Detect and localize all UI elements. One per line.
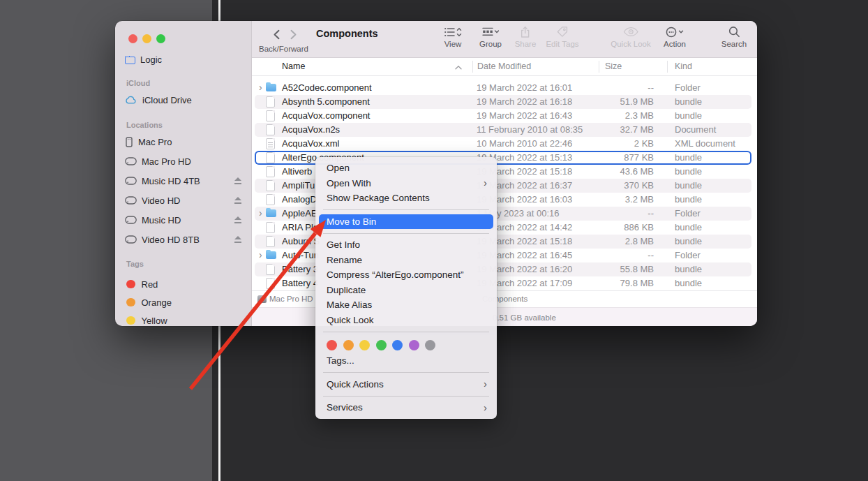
- zoom-button[interactable]: [156, 34, 165, 43]
- menu-separator: [323, 396, 489, 397]
- share-icon: [515, 25, 537, 38]
- menu-item-label: Show Package Contents: [327, 193, 430, 203]
- sidebar-list: LogiciCloudiCloud DriveLocationsMac ProM…: [115, 56, 251, 326]
- folder-icon: [266, 208, 276, 219]
- file-size: 2 KB: [506, 137, 654, 151]
- table-row[interactable]: ›A52Codec.component19 March 2022 at 16:0…: [255, 81, 751, 95]
- file-size: 43.6 MB: [506, 165, 654, 179]
- minimize-button[interactable]: [142, 34, 151, 43]
- menu-item-duplicate[interactable]: Duplicate: [319, 283, 493, 298]
- menu-item-services[interactable]: Services›: [319, 400, 493, 415]
- column-divider[interactable]: [667, 61, 668, 73]
- file-size: --: [506, 81, 654, 95]
- file-size: 51.9 MB: [506, 95, 654, 109]
- disclosure-icon[interactable]: ›: [259, 249, 262, 262]
- file-size: 79.8 MB: [506, 276, 654, 290]
- file-name: A52Codec.component: [282, 81, 372, 95]
- menu-item-label: Tags...: [327, 355, 354, 366]
- menu-item-make-alias[interactable]: Make Alias: [319, 297, 493, 313]
- sidebar-item-logic[interactable]: Logic: [125, 56, 241, 66]
- tag-color-dot[interactable]: [409, 340, 419, 350]
- menu-separator: [323, 332, 489, 332]
- file-name: Auburn S: [282, 235, 320, 249]
- group-icon: [479, 25, 502, 38]
- group-button[interactable]: Group: [479, 25, 502, 48]
- sidebar-item-yellow[interactable]: Yellow: [125, 313, 241, 326]
- menu-item-tags[interactable]: Tags...: [319, 353, 493, 369]
- file-kind: bundle: [675, 262, 702, 276]
- close-button[interactable]: [128, 34, 137, 43]
- menu-item-compress-alterego-component[interactable]: Compress “AlterEgo.component”: [319, 267, 493, 283]
- sidebar-item-mac-pro-hd[interactable]: Mac Pro HD: [125, 154, 241, 168]
- sidebar-item-label: Music HD 4TB: [142, 176, 200, 186]
- folder-icon: [266, 250, 276, 261]
- tag-color-dot[interactable]: [376, 340, 387, 350]
- table-row[interactable]: AcquaVox.xml10 March 2010 at 22:462 KBXM…: [255, 137, 751, 151]
- file-name: ARIA Pla: [282, 221, 318, 235]
- menu-item-quick-actions[interactable]: Quick Actions›: [319, 377, 493, 392]
- tag-color-dot[interactable]: [392, 340, 403, 350]
- file-name: Battery 4: [282, 276, 318, 290]
- sidebar-item-video-hd-8tb[interactable]: Video HD 8TB: [125, 232, 241, 246]
- sidebar-item-red[interactable]: Red: [125, 277, 241, 291]
- sidebar-item-music-hd-4tb[interactable]: Music HD 4TB: [125, 174, 241, 188]
- table-row[interactable]: AcquaVox.n2s11 February 2010 at 08:3532.…: [255, 123, 751, 137]
- file-kind: bundle: [675, 109, 702, 123]
- disclosure-icon[interactable]: ›: [259, 81, 262, 95]
- column-header-date-modified[interactable]: Date Modified: [477, 58, 531, 75]
- table-row[interactable]: AcquaVox.component19 March 2022 at 16:43…: [255, 109, 751, 123]
- file-kind: bundle: [675, 235, 702, 249]
- sidebar-item-music-hd[interactable]: Music HD: [125, 213, 241, 227]
- eject-icon[interactable]: [234, 236, 241, 243]
- eject-icon[interactable]: [234, 177, 241, 184]
- menu-item-get-info[interactable]: Get Info: [319, 237, 493, 253]
- menu-item-label: Compress “AlterEgo.component”: [327, 269, 464, 280]
- menu-item-label: Services: [327, 402, 363, 413]
- menu-item-move-to-bin[interactable]: Move to Bin: [319, 214, 493, 230]
- column-header-size[interactable]: Size: [605, 58, 622, 75]
- sidebar-item-label: Orange: [142, 297, 172, 308]
- path-segment-device[interactable]: Mac Pro HD: [269, 291, 313, 307]
- column-divider[interactable]: [472, 61, 473, 73]
- document-icon: [266, 138, 275, 149]
- menu-item-label: Make Alias: [327, 299, 372, 310]
- file-name: AcquaVox.xml: [282, 137, 339, 151]
- file-name: Absynth 5.component: [282, 95, 370, 109]
- sidebar-item-mac-pro[interactable]: Mac Pro: [125, 135, 241, 149]
- sidebar-item-icloud-drive[interactable]: iCloud Drive: [125, 93, 241, 107]
- tag-color-dot[interactable]: [343, 340, 354, 350]
- document-icon: [266, 278, 275, 289]
- sidebar-item-orange[interactable]: Orange: [125, 295, 241, 309]
- disclosure-icon[interactable]: ›: [259, 207, 262, 221]
- file-name: AmpliTu: [282, 179, 315, 193]
- sidebar-section-header: Locations: [126, 121, 246, 131]
- tag-color-dot[interactable]: [327, 340, 337, 350]
- menu-item-open-with[interactable]: Open With›: [319, 176, 493, 191]
- menu-item-open[interactable]: Open: [319, 161, 493, 176]
- tag-color-icon: [125, 298, 137, 307]
- view-button[interactable]: View: [444, 25, 462, 48]
- hard-drive-icon: [125, 177, 137, 185]
- menu-item-rename[interactable]: Rename: [319, 253, 493, 268]
- menu-item-show-package-contents[interactable]: Show Package Contents: [319, 191, 493, 206]
- menu-item-quick-look[interactable]: Quick Look: [319, 313, 493, 328]
- column-header-kind[interactable]: Kind: [675, 58, 692, 75]
- eject-icon[interactable]: [234, 197, 241, 204]
- sidebar-item-video-hd[interactable]: Video HD: [125, 193, 241, 207]
- tag-color-dot[interactable]: [425, 340, 435, 350]
- column-divider[interactable]: [599, 61, 599, 73]
- tag-color-dot[interactable]: [359, 340, 370, 350]
- column-header-name[interactable]: Name: [282, 58, 305, 75]
- document-icon: [266, 264, 275, 275]
- action-button[interactable]: Action: [664, 25, 686, 48]
- menu-item-label: Open: [327, 163, 350, 173]
- table-row[interactable]: Absynth 5.component19 March 2022 at 16:1…: [255, 95, 751, 109]
- eject-icon[interactable]: [234, 216, 241, 223]
- quick-look-button: Quick Look: [611, 25, 651, 48]
- hard-drive-icon: [125, 216, 137, 224]
- search-button[interactable]: Search: [721, 25, 747, 48]
- back-button[interactable]: [273, 28, 280, 40]
- submenu-chevron-icon: ›: [484, 400, 487, 415]
- file-kind: bundle: [675, 151, 702, 165]
- ellipsis-circle-icon: [664, 25, 686, 38]
